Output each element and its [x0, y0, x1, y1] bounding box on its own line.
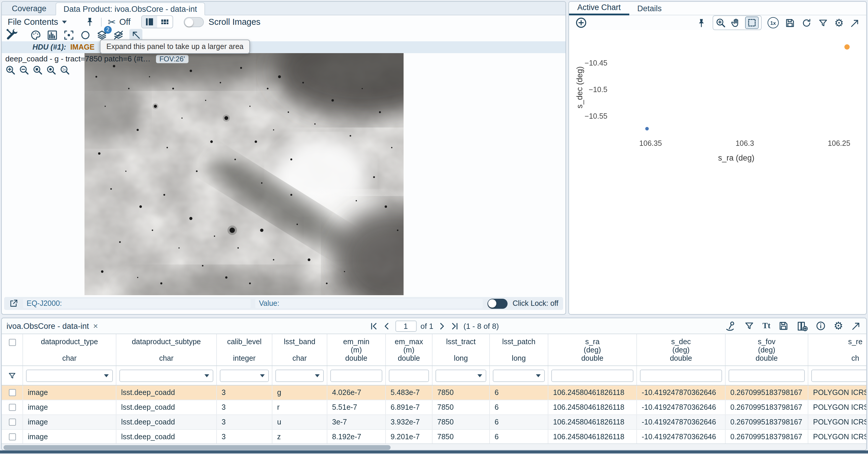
image-viewer[interactable]: deep_coadd - g - tract=7850 patch=6 (#t……	[2, 53, 565, 295]
table-row[interactable]: imagelsst.deep_coadd3z8.192e-79.201e-778…	[2, 430, 866, 445]
gear-icon[interactable]: ⚙	[834, 18, 844, 28]
scroll-images-toggle[interactable]	[184, 17, 204, 27]
gear-icon[interactable]: ⚙	[834, 321, 843, 331]
table-tab[interactable]: ivoa.ObsCore - data-int ×	[6, 321, 98, 331]
pin-icon[interactable]	[85, 17, 95, 27]
tab-data-product[interactable]: Data Product: ivoa.ObsCore - data-int	[55, 2, 205, 15]
single-view-button[interactable]	[142, 16, 157, 28]
chart-zoom-icon[interactable]	[716, 18, 726, 28]
grid-view-button[interactable]	[157, 16, 173, 28]
text-view-icon[interactable]: Tt	[763, 321, 771, 331]
column-header-s_dec[interactable]: s_dec(deg)double	[637, 334, 725, 365]
column-header-lsst_tract[interactable]: lsst_tractlong	[433, 334, 490, 365]
region-circle-icon[interactable]	[80, 29, 91, 40]
filter-select-dataproduct_type[interactable]	[26, 369, 113, 382]
column-name: lsst_tract	[446, 338, 476, 346]
prev-page-icon[interactable]	[382, 321, 391, 330]
scatter-chart[interactable]: s_dec (deg) s_ra (deg) 106.35106.3106.25…	[569, 30, 866, 314]
table-row[interactable]: imagelsst.deep_coadd3u3e-73.932e-7785061…	[2, 415, 866, 430]
zoom-out-icon[interactable]	[19, 65, 30, 75]
checkbox[interactable]	[8, 339, 16, 346]
add-column-icon[interactable]	[797, 320, 808, 331]
filter-input-em_min[interactable]	[330, 369, 382, 382]
filter-input-s_fov[interactable]	[728, 369, 805, 382]
save-chart-icon[interactable]	[785, 18, 795, 28]
zoom-fill-icon[interactable]	[46, 65, 57, 75]
filter-funnel-icon[interactable]	[744, 321, 755, 331]
filter-select-calib_level[interactable]	[220, 369, 269, 382]
horizontal-scrollbar[interactable]	[2, 443, 866, 450]
histogram-stretch-icon[interactable]	[47, 29, 58, 40]
column-header-s_ra[interactable]: s_ra(deg)double	[548, 334, 637, 365]
scatter-point-highlighted[interactable]	[844, 44, 850, 50]
checkbox[interactable]	[8, 404, 16, 411]
zoom-in-icon[interactable]	[5, 65, 16, 75]
close-icon[interactable]: ×	[93, 321, 98, 331]
info-icon[interactable]	[815, 321, 826, 331]
recenter-icon[interactable]	[63, 29, 74, 40]
filter-funnel-icon[interactable]	[818, 18, 829, 28]
pin-icon[interactable]	[696, 18, 707, 28]
checkbox[interactable]	[8, 433, 16, 441]
column-header-dataproduct_type[interactable]: dataproduct_typechar	[23, 334, 116, 365]
column-header-calib_level[interactable]: calib_levelinteger	[217, 334, 272, 365]
add-chart-icon[interactable]	[575, 17, 587, 29]
tab-coverage[interactable]: Coverage	[4, 2, 54, 15]
first-page-icon[interactable]	[369, 321, 378, 330]
save-table-icon[interactable]	[778, 321, 789, 331]
cell-s_re: POLYGON ICRS 10	[808, 400, 866, 415]
zoom-fit-icon[interactable]	[32, 65, 43, 75]
zoom-1x-icon[interactable]: 1x	[60, 65, 70, 75]
checkbox[interactable]	[8, 419, 16, 426]
color-palette-icon[interactable]	[30, 29, 41, 40]
next-page-icon[interactable]	[438, 321, 446, 330]
filter-input-s_dec[interactable]	[640, 369, 722, 382]
page-input[interactable]	[395, 320, 416, 331]
tools-icon[interactable]	[5, 28, 20, 42]
column-header-em_max[interactable]: em_max(m)double	[386, 334, 433, 365]
row-select-cell[interactable]	[2, 430, 23, 444]
row-select-cell[interactable]	[2, 386, 23, 400]
table-row[interactable]: imagelsst.deep_coadd3g4.026e-75.483e-778…	[2, 386, 866, 400]
column-header-dataproduct_subtype[interactable]: dataproduct_subtypechar	[116, 334, 217, 365]
scrollbar-thumb[interactable]	[4, 445, 391, 450]
refresh-icon[interactable]	[801, 18, 812, 28]
filter-input-s_re[interactable]	[811, 369, 866, 382]
select-all-cell[interactable]	[2, 334, 23, 365]
click-lock-toggle[interactable]	[488, 298, 508, 309]
zoom-reset-icon[interactable]: 1x	[768, 17, 779, 28]
filter-select-dataproduct_subtype[interactable]	[119, 369, 213, 382]
layers-button[interactable]: 2	[96, 29, 107, 40]
last-page-icon[interactable]	[451, 321, 459, 330]
column-header-s_fov[interactable]: s_fov(deg)double	[725, 334, 808, 365]
filter-input-em_max[interactable]	[389, 369, 429, 382]
column-header-s_re[interactable]: s_rech	[808, 334, 866, 365]
expand-table-icon[interactable]	[851, 321, 862, 331]
tab-details[interactable]: Details	[629, 1, 670, 15]
expand-panel-button[interactable]	[129, 29, 143, 41]
row-select-cell[interactable]	[2, 400, 23, 415]
column-header-lsst_patch[interactable]: lsst_patchlong	[490, 334, 548, 365]
table-row[interactable]: imagelsst.deep_coadd3r5.51e-76.891e-7785…	[2, 400, 866, 415]
click-to-search-icon[interactable]	[725, 320, 737, 331]
checkbox[interactable]	[8, 389, 16, 396]
layers-off-icon[interactable]	[113, 29, 124, 40]
open-in-new-icon[interactable]	[9, 299, 18, 308]
select-region-button[interactable]	[745, 17, 759, 29]
chevron-down-icon	[536, 374, 541, 377]
filter-select-lsst_tract[interactable]	[435, 369, 486, 382]
row-select-cell[interactable]	[2, 415, 23, 429]
pan-hand-icon[interactable]	[730, 18, 741, 28]
astronomy-image[interactable]	[85, 53, 404, 295]
scatter-point-points[interactable]	[645, 127, 649, 131]
filter-select-lsst_patch[interactable]	[493, 369, 545, 382]
tab-active-chart[interactable]: Active Chart	[569, 1, 629, 15]
column-header-em_min[interactable]: em_min(m)double	[327, 334, 386, 365]
column-header-lsst_band[interactable]: lsst_bandchar	[272, 334, 327, 365]
expand-chart-icon[interactable]	[850, 18, 860, 28]
file-contents-dropdown[interactable]: File Contents	[8, 17, 67, 27]
filter-select-lsst_band[interactable]	[275, 369, 324, 382]
cut-tool-toggle[interactable]: ✂ Off	[108, 16, 131, 28]
filter-input-s_ra[interactable]	[551, 369, 633, 382]
cell-s_fov: 0.2670995183798167	[725, 430, 808, 444]
